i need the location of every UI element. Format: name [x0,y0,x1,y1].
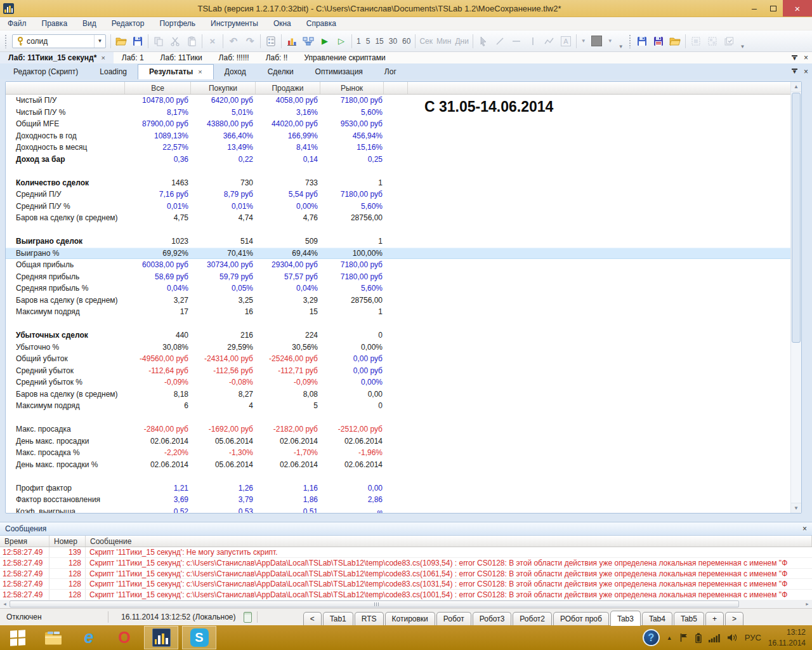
workspace-tab[interactable]: Робот3 [473,612,512,626]
style-dropdown[interactable]: ▼ [579,38,589,44]
scrollbar-thumb[interactable] [10,600,739,607]
internet-explorer-button[interactable]: e [71,625,107,650]
open-button[interactable] [114,34,129,49]
results-row[interactable]: Средняя прибыль58,69 руб59,79 руб57,57 р… [6,271,790,283]
column-header[interactable]: Продажи [256,82,320,94]
column-header[interactable]: Все [125,82,191,94]
results-row[interactable]: Выиграно %69,92%70,41%69,44%100,00% [6,248,790,260]
chart-button[interactable] [284,34,299,49]
view-tab[interactable]: Сделки [257,65,304,79]
close-tab-icon[interactable]: × [101,52,105,63]
message-row[interactable]: 12:58:27.49139Скрипт '11Тики_15 секунд':… [0,547,812,558]
menu-item[interactable]: Файл [0,17,34,30]
close-tab-icon[interactable]: × [198,65,202,79]
properties-button[interactable] [263,34,278,49]
workspace-tab[interactable]: Tab3 [610,611,641,626]
workspace-tab[interactable]: Tab1 [323,612,353,626]
results-row[interactable]: Максимум подряд6450 [6,400,790,412]
tslab-taskbar-button[interactable] [144,626,178,649]
toolbar-grip[interactable] [4,34,8,48]
workspace-tab[interactable]: + [705,612,724,626]
run-button[interactable]: ▶ [317,34,332,49]
script-scheme-button[interactable] [301,34,316,49]
column-header[interactable]: Покупки [191,82,256,94]
workspace-tab[interactable]: Котировки [385,612,435,626]
message-row[interactable]: 12:58:27.49128Скрипт '11Тики_15 секунд':… [0,569,812,580]
lab-tab[interactable]: Управление скриптами [296,52,393,63]
workspace-tab[interactable]: < [303,612,322,626]
close-button[interactable]: × [783,0,812,17]
results-row[interactable]: Доходность в год1089,13%366,40%166,99%45… [6,130,790,142]
view-tab[interactable]: Редактор (Скрипт) [3,65,89,79]
chevron-down-icon[interactable]: ▼ [94,35,105,48]
open-workspace-button[interactable] [667,34,683,49]
results-row[interactable]: Средняя прибыль %0,04%0,05%0,04%5,60% [6,282,790,295]
menu-item[interactable]: Редактор [104,17,152,30]
menu-item[interactable]: Вид [75,17,104,30]
close-panel-icon[interactable]: × [804,67,808,76]
column-header[interactable]: Номер [49,536,86,547]
results-row[interactable]: Убыточно %30,08%29,59%30,56%0,00% [6,342,790,354]
lab-tab[interactable]: Лаб: !!!!!! [211,52,258,63]
toolbar2-overflow[interactable]: ▼ [737,44,749,50]
results-row[interactable]: Коэф. выигрыша0,520,530,51∞ [6,506,790,514]
vertical-scrollbar[interactable]: ▲ ▼ [790,82,801,513]
view-tab[interactable]: Лог [374,65,407,79]
workspace-tab[interactable]: RTS [355,612,384,626]
results-row[interactable]: Макс. просадка %-2,20%-1,30%-1,70%-1,96% [6,447,790,459]
lab-tab[interactable]: Лаб: 1 [114,52,152,63]
results-row[interactable]: Общая прибыль60038,00 руб30734,00 руб293… [6,259,790,271]
toolbar-overflow[interactable]: ▼ [615,44,627,50]
hidden-icons-chevron[interactable]: ▲ [667,635,672,641]
pin-icon[interactable]: ▼ [792,69,797,74]
view-tab[interactable]: Оптимизация [304,65,374,79]
results-row[interactable]: Макс. просадка-2840,00 руб-1692,00 руб-2… [6,423,790,435]
color-dropdown[interactable]: ▼ [605,38,615,44]
column-header[interactable]: Время [0,536,49,547]
color-picker-button[interactable] [589,34,605,49]
scroll-left-icon[interactable]: ◄ [0,602,10,606]
results-row[interactable]: Доход за бар0,360,220,140,25 [6,154,790,166]
timeframe-button[interactable]: 5 [363,37,373,46]
results-row[interactable]: Количество сделок14637307331 [6,177,790,189]
action-center-flag-icon[interactable] [679,633,688,642]
help-icon[interactable]: ? [643,629,660,646]
scroll-right-icon[interactable]: ► [802,602,812,606]
lab-tab[interactable]: Лаб: 11Тики_15 секунд*× [0,52,114,63]
save-all-button[interactable] [651,34,666,49]
menu-item[interactable]: Окна [266,17,299,30]
workspace-tab[interactable]: Tab4 [642,612,672,626]
results-row[interactable]: Максимум подряд1716151 [6,306,790,318]
log-book-icon[interactable] [244,612,252,623]
message-row[interactable]: 12:58:27.49128Скрипт '11Тики_15 секунд':… [0,590,812,600]
timeframe-button[interactable]: 60 [400,37,413,46]
menu-item[interactable]: Инструменты [203,17,266,30]
volume-icon[interactable] [727,633,738,642]
view-tab[interactable]: Loading [89,65,138,79]
results-row[interactable]: Средний П/У7,16 руб8,79 руб5,54 руб7180,… [6,189,790,201]
results-row[interactable]: Чистый П/У10478,00 руб6420,00 руб4058,00… [6,95,790,107]
save-button[interactable] [130,34,145,49]
view-tab[interactable]: Доход [214,65,257,79]
restore-button[interactable] [764,0,783,17]
results-row[interactable]: Баров на сделку (в среднем)4,754,744,762… [6,212,790,224]
workspace-tab[interactable]: Робот [436,612,471,626]
close-messages-icon[interactable]: × [802,524,807,533]
menu-item[interactable]: Портфель [152,17,203,30]
results-row[interactable]: День макс. просадки %02.06.201405.06.201… [6,459,790,471]
results-row[interactable]: День макс. просадки02.06.201405.06.20140… [6,435,790,448]
lab-tab[interactable]: Лаб: 11Тики [152,52,211,63]
results-row[interactable]: Фактор восстановления3,693,791,862,86 [6,494,790,506]
message-row[interactable]: 12:58:27.49128Скрипт '11Тики_15 секунд':… [0,579,812,590]
start-button[interactable] [0,625,36,650]
network-signal-icon[interactable] [709,633,720,642]
account-selector[interactable]: солид ▼ [12,34,106,48]
toolbar-grip-2[interactable] [629,34,632,48]
lab-tab[interactable]: Лаб: !! [258,52,296,63]
minimize-button[interactable]: – [745,0,764,17]
results-row[interactable]: Средний убыток %-0,09%-0,08%-0,09%0,00% [6,376,790,388]
results-row[interactable]: Баров на сделку (в среднем)3,273,253,292… [6,295,790,307]
save-layout-button[interactable] [634,34,650,49]
column-header[interactable]: Рынок [320,82,384,94]
opera-button[interactable]: O [107,625,142,650]
